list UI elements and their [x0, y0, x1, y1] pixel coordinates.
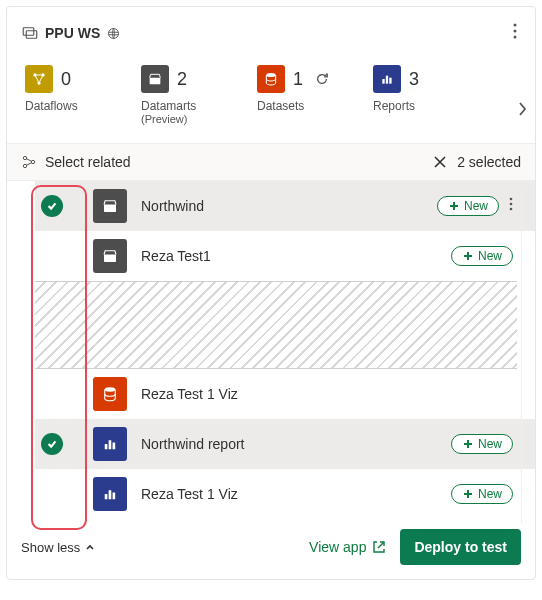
summary-label: Dataflows	[25, 99, 78, 113]
svg-point-14	[23, 164, 26, 167]
new-badge-button[interactable]: New	[451, 484, 513, 504]
report-icon	[373, 65, 401, 93]
select-related-button[interactable]: Select related	[45, 154, 131, 170]
dataset-icon	[93, 377, 127, 411]
more-menu-button[interactable]	[509, 19, 521, 47]
checkbox-empty[interactable]	[41, 245, 63, 267]
datamart-icon	[141, 65, 169, 93]
checkmark-icon[interactable]	[41, 433, 63, 455]
clear-selection-button[interactable]	[433, 155, 447, 169]
scroll-right-button[interactable]	[517, 101, 527, 121]
svg-point-16	[510, 198, 513, 201]
list-item[interactable]: Reza Test 1 Viz	[35, 369, 535, 419]
summary-dataflows[interactable]: 0 Dataflows	[25, 65, 105, 113]
svg-point-9	[266, 73, 275, 77]
item-name: Reza Test 1 Viz	[141, 386, 513, 402]
svg-point-17	[510, 203, 513, 206]
item-name: Reza Test 1 Viz	[141, 486, 451, 502]
summary-count: 0	[61, 69, 71, 90]
summary-datasets[interactable]: 1 Datasets	[257, 65, 337, 113]
svg-point-3	[514, 24, 517, 27]
summary-reports[interactable]: 3 Reports	[373, 65, 453, 113]
svg-rect-23	[105, 494, 108, 499]
refresh-icon[interactable]	[315, 72, 329, 86]
summary-label: Reports	[373, 99, 415, 113]
report-icon	[93, 427, 127, 461]
svg-rect-20	[105, 444, 108, 449]
dataset-icon	[257, 65, 285, 93]
svg-rect-22	[113, 443, 116, 450]
workspace-name: PPU WS	[45, 25, 100, 41]
premium-icon	[106, 26, 121, 41]
summary-count: 2	[177, 69, 187, 90]
svg-point-6	[33, 73, 36, 76]
svg-rect-0	[23, 28, 34, 36]
new-badge-button[interactable]: New	[437, 196, 499, 216]
svg-point-5	[514, 36, 517, 39]
list-item[interactable]: Reza Test1 New	[35, 231, 535, 281]
svg-rect-12	[389, 78, 391, 84]
item-more-button[interactable]	[509, 197, 513, 215]
new-badge-button[interactable]: New	[451, 246, 513, 266]
svg-point-18	[510, 208, 513, 211]
checkbox-empty[interactable]	[41, 483, 63, 505]
workspace-icon	[21, 24, 39, 42]
item-name: Northwind	[141, 198, 437, 214]
deploy-to-test-button[interactable]: Deploy to test	[400, 529, 521, 565]
svg-rect-24	[109, 490, 112, 499]
restricted-area	[35, 281, 517, 369]
checkmark-icon[interactable]	[41, 195, 63, 217]
item-name: Northwind report	[141, 436, 451, 452]
selected-count: 2 selected	[457, 154, 521, 170]
svg-rect-11	[386, 76, 388, 84]
scrollbar-track[interactable]	[521, 187, 533, 523]
svg-point-2	[109, 28, 119, 38]
summary-count: 3	[409, 69, 419, 90]
list-item[interactable]: Northwind New	[35, 181, 535, 231]
svg-point-8	[37, 81, 40, 84]
datamart-icon	[93, 239, 127, 273]
view-app-link[interactable]: View app	[309, 539, 386, 555]
summary-label: Datamarts	[141, 99, 196, 113]
report-icon	[93, 477, 127, 511]
list-item[interactable]: Northwind report New	[35, 419, 535, 469]
list-item[interactable]: Reza Test 1 Viz New	[35, 469, 535, 519]
summary-label: Datasets	[257, 99, 304, 113]
item-name: Reza Test1	[141, 248, 451, 264]
select-related-icon	[21, 154, 37, 170]
summary-sublabel: (Preview)	[141, 113, 187, 125]
dataflow-icon	[25, 65, 53, 93]
svg-rect-1	[26, 31, 37, 39]
checkbox-empty[interactable]	[41, 383, 63, 405]
svg-point-13	[23, 156, 26, 159]
svg-rect-25	[113, 493, 116, 500]
summary-datamarts[interactable]: 2 Datamarts (Preview)	[141, 65, 221, 125]
datamart-icon	[93, 189, 127, 223]
show-less-button[interactable]: Show less	[21, 540, 95, 555]
svg-rect-10	[382, 79, 384, 84]
svg-point-15	[31, 160, 34, 163]
svg-point-19	[105, 387, 116, 392]
svg-rect-21	[109, 440, 112, 449]
svg-point-4	[514, 30, 517, 33]
new-badge-button[interactable]: New	[451, 434, 513, 454]
summary-count: 1	[293, 69, 303, 90]
svg-point-7	[41, 73, 44, 76]
